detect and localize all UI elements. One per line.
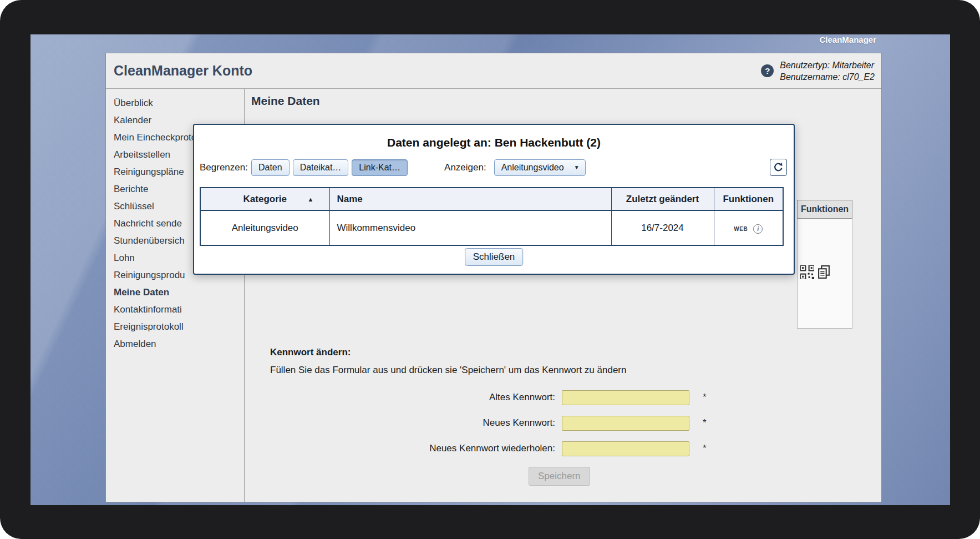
save-button[interactable]: Speichern — [529, 467, 590, 486]
column-header-funktionen: Funktionen — [714, 188, 783, 210]
modal-title: Daten angelegt an: Ben Hackenbutt (2) — [194, 136, 794, 149]
background-funktionen-header: Funktionen — [797, 200, 852, 219]
begrenzen-label: Begrenzen: — [200, 162, 248, 173]
password-heading: Kennwort ändern: — [270, 347, 865, 358]
sidebar-item-kontaktinformation[interactable]: Kontaktinformati — [106, 301, 244, 318]
anzeigen-dropdown[interactable]: Anleitungsvideo ▼ — [494, 159, 586, 176]
sort-asc-icon[interactable]: ▲ — [308, 196, 314, 203]
user-info-block: ? Benutzertyp: Mitarbeiter Benutzername:… — [761, 59, 875, 83]
password-instruction: Füllen Sie das Formular aus und drücken … — [270, 365, 865, 376]
refresh-icon — [773, 162, 784, 173]
filter-button-link-kategorie[interactable]: Link-Kat… — [352, 159, 408, 176]
cell-name: Willkommensvideo — [329, 210, 611, 245]
repeat-password-field[interactable] — [562, 441, 689, 456]
column-header-zuletzt-geaendert[interactable]: Zuletzt geändert — [611, 188, 714, 210]
close-button[interactable]: Schließen — [465, 248, 524, 266]
background-funktionen-cell — [797, 219, 852, 329]
kategorie-header-label: Kategorie — [243, 194, 287, 204]
anzeigen-label: Anzeigen: — [444, 162, 486, 173]
form-row-repeat-password: Neues Kennwort wiederholen: * — [270, 436, 865, 461]
table-header-row: Kategorie ▲ Name Zuletzt geändert Funkti… — [200, 188, 783, 210]
panel-header: CleanManager Konto ? Benutzertyp: Mitarb… — [106, 53, 881, 89]
table-row: Anleitungsvideo Willkommensvideo 16/7-20… — [200, 210, 783, 245]
cell-zuletzt-geaendert: 16/7-2024 — [611, 210, 714, 245]
modal-controls: Begrenzen: Daten Dateikat… Link-Kat… Anz… — [200, 159, 787, 176]
cell-kategorie: Anleitungsvideo — [200, 210, 329, 245]
form-row-new-password: Neues Kennwort: * — [270, 410, 865, 436]
content-title: Meine Daten — [251, 94, 881, 108]
chevron-down-icon: ▼ — [574, 164, 580, 170]
new-password-label: Neues Kennwort: — [270, 417, 555, 429]
form-row-old-password: Altes Kennwort: * — [270, 385, 865, 410]
sidebar-item-ereignisprotokoll[interactable]: Ereignisprotokoll — [106, 318, 244, 335]
required-asterisk: * — [703, 392, 707, 403]
brand-logo: CleanManager — [819, 35, 876, 44]
user-info-text: Benutzertyp: Mitarbeiter Benutzername: c… — [780, 59, 875, 83]
sidebar-item-ueberblick[interactable]: Überblick — [106, 94, 244, 112]
page-title: CleanManager Konto — [114, 63, 252, 79]
refresh-button[interactable] — [770, 159, 787, 176]
new-password-field[interactable] — [562, 416, 689, 431]
column-header-name[interactable]: Name — [329, 188, 611, 210]
device-bezel: CleanManager CleanManager Konto ? Benutz… — [0, 0, 980, 539]
required-asterisk: * — [703, 443, 707, 454]
password-section: Kennwort ändern: Füllen Sie das Formular… — [270, 347, 865, 486]
panel-body: Überblick Kalender Mein Eincheckprotokol… — [106, 89, 881, 502]
dropdown-value: Anleitungsvideo — [501, 163, 564, 173]
cell-funktionen: WEB i — [714, 210, 783, 245]
desktop-background: CleanManager CleanManager Konto ? Benutz… — [31, 34, 950, 505]
column-header-kategorie[interactable]: Kategorie ▲ — [200, 188, 329, 210]
repeat-password-label: Neues Kennwort wiederholen: — [270, 443, 555, 454]
info-icon[interactable]: i — [753, 224, 763, 234]
sidebar-item-meine-daten[interactable]: Meine Daten — [106, 284, 244, 301]
old-password-field[interactable] — [562, 390, 689, 405]
password-form: Altes Kennwort: * Neues Kennwort: * Neue… — [270, 385, 865, 461]
filter-button-daten[interactable]: Daten — [251, 159, 290, 176]
modal-data-table: Kategorie ▲ Name Zuletzt geändert Funkti… — [200, 187, 784, 246]
background-table-fragment: Funktionen — [797, 200, 852, 329]
help-icon[interactable]: ? — [761, 64, 774, 77]
web-link-badge[interactable]: WEB — [734, 226, 748, 232]
main-panel: CleanManager Konto ? Benutzertyp: Mitarb… — [105, 53, 882, 502]
filter-button-dateikategorie[interactable]: Dateikat… — [293, 159, 349, 176]
copy-document-icon[interactable] — [817, 265, 830, 279]
user-name-label: Benutzername: cl70_E2 — [780, 71, 875, 83]
old-password-label: Altes Kennwort: — [270, 392, 555, 403]
qr-code-icon[interactable] — [800, 265, 814, 279]
data-modal: Daten angelegt an: Ben Hackenbutt (2) Be… — [193, 124, 795, 275]
sidebar-item-abmelden[interactable]: Abmelden — [106, 335, 244, 352]
required-asterisk: * — [703, 417, 707, 429]
user-type-label: Benutzertyp: Mitarbeiter — [780, 59, 875, 71]
save-button-wrap: Speichern — [529, 467, 865, 486]
